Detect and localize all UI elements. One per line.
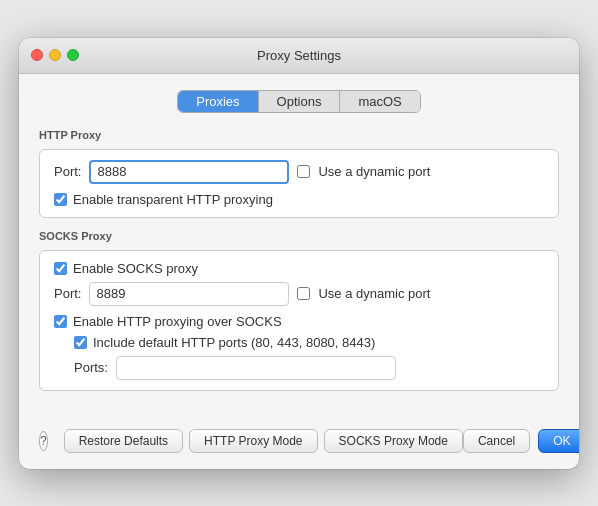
cancel-button[interactable]: Cancel <box>463 429 530 453</box>
socks-proxy-mode-button[interactable]: SOCKS Proxy Mode <box>324 429 463 453</box>
tab-options[interactable]: Options <box>259 91 341 112</box>
close-button[interactable] <box>31 49 43 61</box>
http-proxy-mode-button[interactable]: HTTP Proxy Mode <box>189 429 317 453</box>
socks-include-ports-checkbox[interactable] <box>74 336 87 349</box>
bottom-bar-inner: ? Restore Defaults HTTP Proxy Mode SOCKS… <box>39 429 559 453</box>
socks-enable-label: Enable SOCKS proxy <box>73 261 198 276</box>
maximize-button[interactable] <box>67 49 79 61</box>
http-proxy-section: Port: Use a dynamic port Enable transpar… <box>39 149 559 218</box>
socks-http-over-socks-label: Enable HTTP proxying over SOCKS <box>73 314 282 329</box>
socks-ports-label: Ports: <box>74 360 108 375</box>
socks-ports-input[interactable] <box>116 356 396 380</box>
socks-port-label: Port: <box>54 286 81 301</box>
traffic-lights <box>31 49 79 61</box>
socks-enable-checkbox[interactable] <box>54 262 67 275</box>
socks-dynamic-port-label: Use a dynamic port <box>318 286 430 301</box>
right-buttons: Cancel OK <box>463 429 579 453</box>
window-title: Proxy Settings <box>257 48 341 63</box>
tab-group: Proxies Options macOS <box>177 90 421 113</box>
socks-enable-row: Enable SOCKS proxy <box>54 261 544 276</box>
http-port-row: Port: Use a dynamic port <box>54 160 544 184</box>
http-transparent-row: Enable transparent HTTP proxying <box>54 192 544 207</box>
proxy-settings-window: Proxy Settings Proxies Options macOS HTT… <box>19 38 579 469</box>
socks-include-ports-label: Include default HTTP ports (80, 443, 808… <box>93 335 375 350</box>
bottom-bar: ? Restore Defaults HTTP Proxy Mode SOCKS… <box>19 419 579 469</box>
socks-dynamic-port-checkbox[interactable] <box>297 287 310 300</box>
http-dynamic-port-checkbox[interactable] <box>297 165 310 178</box>
http-port-label: Port: <box>54 164 81 179</box>
socks-include-ports-row: Include default HTTP ports (80, 443, 808… <box>74 335 544 350</box>
help-button[interactable]: ? <box>39 431 48 451</box>
http-dynamic-port-label: Use a dynamic port <box>318 164 430 179</box>
socks-ports-row: Ports: <box>74 356 544 380</box>
tab-bar: Proxies Options macOS <box>39 90 559 113</box>
tab-macos[interactable]: macOS <box>340 91 419 112</box>
socks-http-over-socks-checkbox[interactable] <box>54 315 67 328</box>
http-proxy-label: HTTP Proxy <box>39 129 559 141</box>
socks-http-over-socks-row: Enable HTTP proxying over SOCKS <box>54 314 544 329</box>
http-transparent-label: Enable transparent HTTP proxying <box>73 192 273 207</box>
ok-button[interactable]: OK <box>538 429 579 453</box>
action-buttons: Restore Defaults HTTP Proxy Mode SOCKS P… <box>64 429 463 453</box>
socks-port-input[interactable] <box>89 282 289 306</box>
tab-proxies[interactable]: Proxies <box>178 91 258 112</box>
minimize-button[interactable] <box>49 49 61 61</box>
socks-proxy-label: SOCKS Proxy <box>39 230 559 242</box>
http-port-input[interactable] <box>89 160 289 184</box>
http-transparent-checkbox[interactable] <box>54 193 67 206</box>
socks-port-row: Port: Use a dynamic port <box>54 282 544 306</box>
restore-defaults-button[interactable]: Restore Defaults <box>64 429 183 453</box>
title-bar: Proxy Settings <box>19 38 579 74</box>
main-content: Proxies Options macOS HTTP Proxy Port: U… <box>19 74 579 419</box>
socks-proxy-section: Enable SOCKS proxy Port: Use a dynamic p… <box>39 250 559 391</box>
